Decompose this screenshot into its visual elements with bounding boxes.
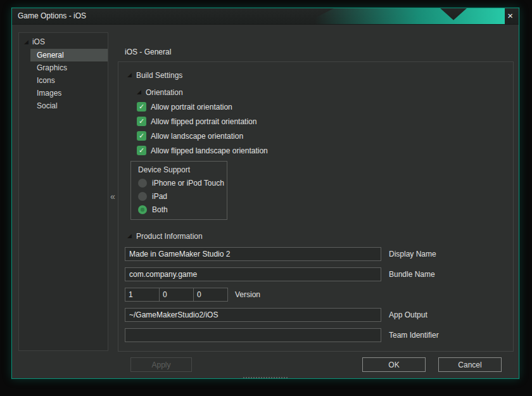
checkbox-allow-portrait[interactable]: ✓ [137,102,146,112]
checkbox-allow-flipped-landscape[interactable]: ✓ [137,146,146,155]
sidebar-item-general[interactable]: General [30,49,108,61]
version-major-input[interactable] [125,288,160,302]
field-row: Team Identifier [125,328,504,342]
build-settings-label: Build Settings [136,71,182,80]
radio-ipad[interactable] [138,192,147,201]
field-row: Display Name [125,247,504,261]
radio-label: Both [152,205,168,214]
app-output-label: App Output [389,310,428,319]
ok-button[interactable]: OK [362,357,426,372]
checkbox-row: ✓ Allow flipped portrait orientation [137,117,504,126]
close-icon[interactable]: × [507,8,513,23]
window-title: Game Options - iOS [18,8,86,24]
titlebar[interactable]: Game Options - iOS × [12,8,519,25]
checkbox-label: Allow flipped portrait orientation [151,117,256,126]
orientation-label: Orientation [146,88,183,97]
checkbox-allow-landscape[interactable]: ✓ [137,131,146,141]
app-output-input[interactable] [125,308,381,322]
tree-root-ios[interactable]: ◢ iOS [19,36,108,49]
field-row: Version [125,288,504,302]
panel-header: iOS - General [125,48,171,56]
display-name-input[interactable] [125,247,381,261]
field-row: Bundle Name [125,267,504,281]
check-icon: ✓ [139,103,144,110]
product-information-label: Product Information [136,232,203,241]
tree-root-label: iOS [32,37,45,46]
checkbox-label: Allow landscape orientation [151,132,243,141]
cancel-button[interactable]: Cancel [438,357,502,372]
orientation-section: ◢ Orientation ✓ Allow portrait orientati… [137,87,504,155]
expander-icon[interactable]: ◢ [127,233,132,239]
check-icon: ✓ [139,132,144,139]
resize-grip[interactable] [243,377,288,378]
bundle-name-label: Bundle Name [389,270,435,279]
radio-row: iPhone or iPod Touch [138,178,227,188]
radio-label: iPad [152,192,167,201]
expander-icon[interactable]: ◢ [127,72,132,78]
game-options-window: Game Options - iOS × ◢ iOS General Graph… [11,8,519,379]
check-icon: ✓ [139,118,144,125]
expander-icon[interactable]: ◢ [24,39,28,45]
apply-button[interactable]: Apply [130,357,192,372]
team-identifier-label: Team Identifier [389,331,439,340]
team-identifier-input[interactable] [125,328,381,342]
collapse-sidebar-icon[interactable]: « [110,191,115,201]
version-build-input[interactable] [193,288,228,302]
orientation-header[interactable]: ◢ Orientation [137,87,504,97]
radio-both[interactable] [138,205,147,214]
bundle-name-input[interactable] [125,267,381,281]
version-minor-input[interactable] [159,288,194,302]
radio-iphone-ipod[interactable] [138,179,147,188]
build-settings-header[interactable]: ◢ Build Settings [127,70,504,80]
product-information-header[interactable]: ◢ Product Information [127,231,504,241]
checkbox-row: ✓ Allow landscape orientation [137,131,504,141]
checkbox-label: Allow portrait orientation [151,103,232,112]
radio-label: iPhone or iPod Touch [152,179,224,188]
checkbox-row: ✓ Allow flipped landscape orientation [137,146,504,155]
checkbox-allow-flipped-portrait[interactable]: ✓ [137,117,146,126]
display-name-label: Display Name [389,250,436,259]
sidebar-item-graphics[interactable]: Graphics [30,61,108,74]
checkbox-label: Allow flipped landscape orientation [151,146,268,155]
radio-row: iPad [138,191,227,201]
device-support-group: Device Support iPhone or iPod Touch iPad… [130,161,227,220]
checkbox-row: ✓ Allow portrait orientation [137,102,504,112]
device-support-title: Device Support [138,165,227,174]
sidebar-item-images[interactable]: Images [30,87,108,99]
settings-panel: ◢ Build Settings ◢ Orientation ✓ Allow p… [118,61,514,352]
field-row: App Output [125,308,504,322]
titlebar-accent-swoosh [315,8,505,25]
sidebar-item-icons[interactable]: Icons [30,74,108,87]
sidebar-tree: ◢ iOS General Graphics Icons Images Soci… [18,32,108,351]
sidebar-item-social[interactable]: Social [30,99,108,112]
check-icon: ✓ [139,147,144,154]
radio-row: Both [138,205,227,214]
expander-icon[interactable]: ◢ [137,89,141,95]
product-information-fields: Display Name Bundle Name Version App Out… [125,247,504,342]
version-label: Version [235,290,260,299]
